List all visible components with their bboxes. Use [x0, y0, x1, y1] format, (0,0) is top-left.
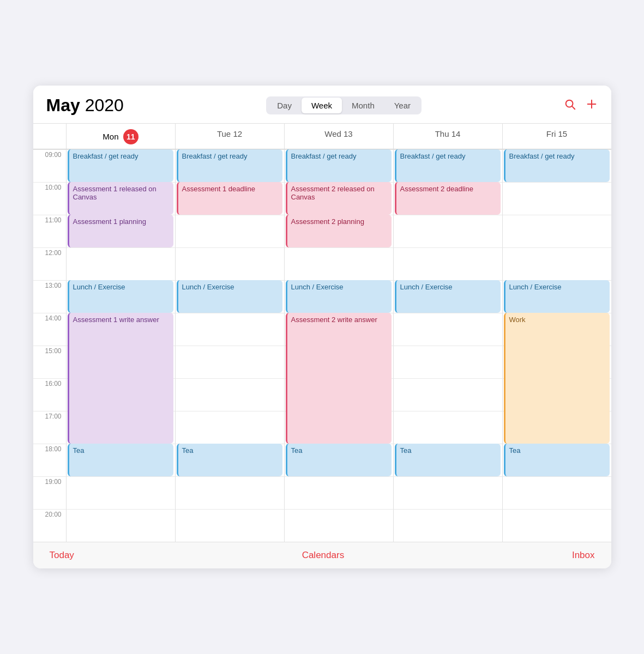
day-header-thu: Thu 14 [393, 124, 502, 149]
day-header-tue: Tue 12 [175, 124, 284, 149]
footer: Today Calendars Inbox [33, 542, 611, 568]
grid-cell-r0-c3[interactable] [393, 149, 502, 182]
view-week-button[interactable]: Week [302, 98, 342, 113]
time-label-1800: 18:00 [33, 444, 66, 476]
grid-background: 09:0010:0011:0012:0013:0014:0015:0016:00… [33, 149, 611, 542]
calendar-title: May 2020 [46, 95, 124, 116]
grid-cell-r9-c1[interactable] [175, 444, 284, 476]
grid-cell-r3-c4[interactable] [502, 247, 611, 280]
grid-cell-r9-c2[interactable] [284, 444, 393, 476]
grid-cell-r7-c1[interactable] [175, 378, 284, 411]
grid-cell-r11-c4[interactable] [502, 509, 611, 542]
grid-cell-r4-c0[interactable] [66, 280, 175, 313]
grid-cell-r2-c2[interactable] [284, 215, 393, 247]
add-button[interactable] [586, 98, 598, 113]
grid-cell-r8-c3[interactable] [393, 411, 502, 444]
inbox-button[interactable]: Inbox [572, 550, 595, 561]
grid-cell-r8-c2[interactable] [284, 411, 393, 444]
grid-cell-r4-c4[interactable] [502, 280, 611, 313]
grid-cell-r7-c3[interactable] [393, 378, 502, 411]
grid-cell-r5-c0[interactable] [66, 313, 175, 346]
grid-cell-r5-c3[interactable] [393, 313, 502, 346]
grid-cell-r11-c2[interactable] [284, 509, 393, 542]
grid-cell-r10-c2[interactable] [284, 476, 393, 509]
time-label-1100: 11:00 [33, 215, 66, 247]
grid-cell-r6-c4[interactable] [502, 346, 611, 378]
grid-cell-r7-c2[interactable] [284, 378, 393, 411]
grid-cell-r6-c1[interactable] [175, 346, 284, 378]
grid-cell-r7-c4[interactable] [502, 378, 611, 411]
grid-cell-r5-c1[interactable] [175, 313, 284, 346]
grid-cell-r9-c3[interactable] [393, 444, 502, 476]
view-month-button[interactable]: Month [342, 98, 384, 113]
header-actions [564, 98, 598, 113]
time-label-1500: 15:00 [33, 346, 66, 378]
grid-cell-r9-c0[interactable] [66, 444, 175, 476]
time-label-1200: 12:00 [33, 247, 66, 280]
grid-cell-r11-c3[interactable] [393, 509, 502, 542]
grid-cell-r4-c1[interactable] [175, 280, 284, 313]
time-label-1600: 16:00 [33, 378, 66, 411]
calendars-button[interactable]: Calendars [302, 550, 345, 561]
grid-cell-r6-c3[interactable] [393, 346, 502, 378]
time-label-2000: 20:00 [33, 509, 66, 542]
grid-cell-r3-c3[interactable] [393, 247, 502, 280]
svg-line-1 [573, 106, 575, 109]
grid-cell-r8-c0[interactable] [66, 411, 175, 444]
grid-cell-r1-c1[interactable] [175, 182, 284, 215]
time-label-1700: 17:00 [33, 411, 66, 444]
grid-cell-r11-c1[interactable] [175, 509, 284, 542]
grid-cell-r0-c4[interactable] [502, 149, 611, 182]
title-year: 2020 [80, 95, 124, 115]
grid-cell-r0-c2[interactable] [284, 149, 393, 182]
grid-cell-r8-c1[interactable] [175, 411, 284, 444]
time-grid: 09:0010:0011:0012:0013:0014:0015:0016:00… [33, 149, 611, 542]
time-label-1300: 13:00 [33, 280, 66, 313]
grid-cell-r1-c2[interactable] [284, 182, 393, 215]
grid-cell-r5-c2[interactable] [284, 313, 393, 346]
grid-cell-r1-c0[interactable] [66, 182, 175, 215]
grid-cell-r4-c2[interactable] [284, 280, 393, 313]
grid-cell-r0-c1[interactable] [175, 149, 284, 182]
search-button[interactable] [564, 98, 576, 113]
grid-cell-r11-c0[interactable] [66, 509, 175, 542]
grid-cell-r2-c4[interactable] [502, 215, 611, 247]
grid-cell-r10-c3[interactable] [393, 476, 502, 509]
grid-cell-r8-c4[interactable] [502, 411, 611, 444]
grid-cell-r9-c4[interactable] [502, 444, 611, 476]
grid-cell-r10-c4[interactable] [502, 476, 611, 509]
grid-cell-r10-c0[interactable] [66, 476, 175, 509]
grid-cell-r6-c2[interactable] [284, 346, 393, 378]
day-headers: Mon 11 Tue 12 Wed 13 Thu 14 Fri 15 [33, 124, 611, 149]
grid-cell-r10-c1[interactable] [175, 476, 284, 509]
grid-cell-r6-c0[interactable] [66, 346, 175, 378]
header: May 2020 Day Week Month Year [33, 86, 611, 124]
time-label-1400: 14:00 [33, 313, 66, 346]
grid-cell-r2-c0[interactable] [66, 215, 175, 247]
calendar-container: May 2020 Day Week Month Year [33, 86, 611, 568]
time-label-0900: 09:00 [33, 149, 66, 182]
grid-cell-r0-c0[interactable] [66, 149, 175, 182]
time-label-1000: 10:00 [33, 182, 66, 215]
plus-icon [586, 98, 598, 110]
grid-cell-r4-c3[interactable] [393, 280, 502, 313]
grid-cell-r1-c3[interactable] [393, 182, 502, 215]
grid-cell-r2-c3[interactable] [393, 215, 502, 247]
day-header-mon: Mon 11 [66, 124, 175, 149]
view-day-button[interactable]: Day [267, 98, 302, 113]
grid-cell-r3-c0[interactable] [66, 247, 175, 280]
day-header-fri: Fri 15 [502, 124, 611, 149]
view-year-button[interactable]: Year [384, 98, 420, 113]
time-label-1900: 19:00 [33, 476, 66, 509]
title-month: May [46, 95, 80, 115]
time-col-header [33, 124, 66, 149]
grid-cell-r3-c2[interactable] [284, 247, 393, 280]
day-header-wed: Wed 13 [284, 124, 393, 149]
grid-cell-r3-c1[interactable] [175, 247, 284, 280]
grid-cell-r5-c4[interactable] [502, 313, 611, 346]
view-switcher: Day Week Month Year [266, 96, 422, 114]
grid-cell-r7-c0[interactable] [66, 378, 175, 411]
today-button[interactable]: Today [50, 550, 74, 561]
grid-cell-r2-c1[interactable] [175, 215, 284, 247]
grid-cell-r1-c4[interactable] [502, 182, 611, 215]
